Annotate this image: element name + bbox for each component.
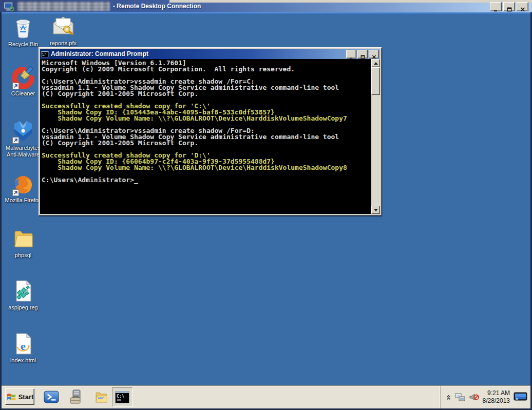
tray-volume-muted-icon[interactable] [469,392,479,402]
recycle-bin-icon [11,15,35,40]
svg-text:C:\: C:\ [117,394,124,399]
desktop-icon-recycle-bin[interactable]: Recycle Bin [3,15,44,48]
start-button[interactable]: Start [5,388,34,405]
desktop-icon-mozilla-firefox[interactable]: Mozilla Firefox [3,171,44,204]
desktop-icon-label: aspjpeg.reg [3,304,44,311]
console-line: C:\Users\Administrator>_ [42,177,371,183]
tray-time: 9:21 AM [483,389,510,397]
taskbar: Start C:\ 9:21 AM 8/28/2013 [2,385,530,408]
rdp-session-window: - Remote Desktop Connection Recycle Binr… [0,0,532,410]
minimize-icon [493,5,499,9]
console-line: Shadow Copy Volume Name: \\?\GLOBALROOT\… [42,165,371,171]
remote-desktop-icon [4,1,14,12]
arrow-down-icon [374,209,378,211]
windows-flag-icon [6,392,16,402]
tray-date: 8/28/2013 [483,397,510,405]
close-icon [520,5,525,9]
cmd-minimize-button[interactable] [346,50,356,58]
shortcut-overlay-icon [12,189,19,196]
scrollbar-track[interactable] [371,95,380,206]
desktop: Recycle Binreports.pfxCCleanerMalwarebyt… [2,12,530,408]
cmd-window-controls [346,50,379,58]
tray-display-icon[interactable] [514,392,527,402]
scroll-down-button[interactable] [371,206,380,214]
rdp-titlebar[interactable]: - Remote Desktop Connection [0,0,532,12]
shortcut-overlay-icon [12,137,19,144]
desktop-icon-malwarebytes[interactable]: Malwarebytes Anti-Malware [3,119,44,158]
taskbar-button-command-prompt[interactable]: C:\ [112,387,132,407]
quicklaunch-windows-explorer[interactable] [93,389,109,405]
cmd-maximize-button[interactable] [357,50,368,58]
desktop-icon-label: Mozilla Firefox [3,197,44,204]
desktop-icon-phpsql[interactable]: phpsql [3,226,44,259]
tray-clock[interactable]: 9:21 AM 8/28/2013 [483,389,510,405]
arrow-up-icon [374,62,378,65]
cmd-window-title: Administrator: Command Prompt [51,50,344,57]
scrollbar-thumb[interactable] [371,67,380,95]
rdp-close-button[interactable] [517,2,528,11]
desktop-icon-aspjpeg-reg[interactable]: aspjpeg.reg [3,279,44,311]
chevron-up-icon [446,394,451,403]
desktop-icon-label: reports.pfx [43,40,84,47]
cmd-body: Microsoft Windows [Version 6.1.7601]Copy… [40,59,380,214]
desktop-icon-reports-pfx[interactable]: reports.pfx [43,14,84,47]
ccleaner-icon [11,65,35,89]
firefox-icon [11,171,35,196]
cmd-titlebar[interactable]: C:\ Administrator: Command Prompt [40,49,380,59]
minimize-icon [349,52,354,56]
cmd-icon: C:\ [41,50,49,58]
maximize-icon [360,52,365,56]
html-file-icon: e [11,331,35,356]
console-line: (C) Copyright 2001-2005 Microsoft Corp. [42,140,371,146]
desktop-icon-label: Malwarebytes Anti-Malware [3,145,44,158]
desktop-icon-label: index.html [3,357,44,364]
rdp-window-controls [490,2,528,11]
certificate-file-icon [51,14,75,39]
svg-text:C:\: C:\ [42,52,46,55]
desktop-icon-label: phpsql [3,252,44,259]
cmd-close-button[interactable] [369,50,379,58]
desktop-icon-ccleaner[interactable]: CCleaner [3,65,44,97]
tray-network-icon[interactable] [455,392,465,402]
console-line: (C) Copyright 2001-2005 Microsoft Corp. [42,91,371,97]
redacted-computer-name [17,2,110,11]
reg-file-icon [11,279,35,303]
shortcut-overlay-icon [12,83,19,89]
system-tray: 9:21 AM 8/28/2013 [440,386,529,408]
folder-icon [11,226,35,251]
cmd-window: C:\ Administrator: Command Prompt Micros… [39,47,382,216]
malwarebytes-icon [11,119,35,144]
desktop-icon-label: CCleaner [3,90,44,97]
window-frame-edge [169,0,532,3]
console-line: Copyright (c) 2009 Microsoft Corporation… [42,66,371,72]
scroll-up-button[interactable] [371,59,380,67]
show-hidden-icons-button[interactable] [446,393,451,401]
desktop-icon-label: Recycle Bin [3,41,44,48]
close-icon [372,52,376,56]
console-scrollbar[interactable] [371,59,380,214]
console-line: Shadow Copy Volume Name: \\?\GLOBALROOT\… [42,115,371,122]
svg-text:e: e [21,340,26,353]
quicklaunch-server-manager[interactable] [68,389,84,405]
start-button-label: Start [18,393,34,401]
rdp-minimize-button[interactable] [490,2,502,11]
maximize-icon [507,5,512,9]
rdp-maximize-button[interactable] [503,2,515,11]
desktop-icon-index-html[interactable]: eindex.html [3,331,44,364]
rdp-window-title: - Remote Desktop Connection [113,3,201,10]
console-output[interactable]: Microsoft Windows [Version 6.1.7601]Copy… [40,59,371,214]
quicklaunch-powershell[interactable] [44,389,59,405]
cmd-icon: C:\ [115,389,130,405]
